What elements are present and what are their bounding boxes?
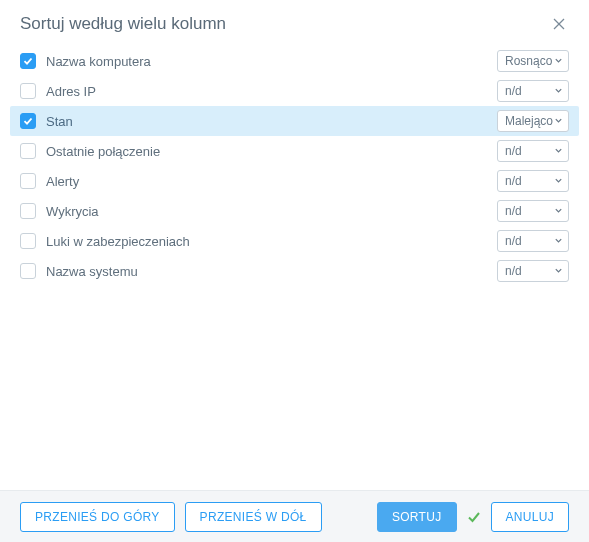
order-select[interactable]: n/d <box>497 230 569 252</box>
order-select[interactable]: n/d <box>497 140 569 162</box>
order-select-value: n/d <box>505 84 522 98</box>
order-select-value: n/d <box>505 264 522 278</box>
column-checkbox[interactable] <box>20 53 36 69</box>
row-left: Nazwa komputera <box>20 53 151 69</box>
row-left: Alerty <box>20 173 79 189</box>
order-select-value: n/d <box>505 204 522 218</box>
column-checkbox[interactable] <box>20 263 36 279</box>
column-label: Nazwa komputera <box>46 54 151 69</box>
order-select[interactable]: n/d <box>497 260 569 282</box>
column-row[interactable]: StanMalejąco <box>10 106 579 136</box>
order-select[interactable]: n/d <box>497 200 569 222</box>
column-row[interactable]: Luki w zabezpieczeniachn/d <box>10 226 579 256</box>
column-row[interactable]: Adres IPn/d <box>10 76 579 106</box>
row-left: Adres IP <box>20 83 96 99</box>
column-label: Ostatnie połączenie <box>46 144 160 159</box>
row-left: Nazwa systemu <box>20 263 138 279</box>
column-label: Wykrycia <box>46 204 99 219</box>
dialog-header: Sortuj według wielu kolumn <box>0 0 589 38</box>
order-select[interactable]: n/d <box>497 170 569 192</box>
checkmark-icon <box>23 56 33 66</box>
sort-applied-indicator <box>467 510 481 524</box>
dialog-footer: PRZENIEŚ DO GÓRY PRZENIEŚ W DÓŁ SORTUJ A… <box>0 490 589 542</box>
sort-button[interactable]: SORTUJ <box>377 502 457 532</box>
close-button[interactable] <box>549 14 569 34</box>
order-select-value: n/d <box>505 174 522 188</box>
column-row[interactable]: Nazwa komputeraRosnąco <box>10 46 579 76</box>
order-select[interactable]: Malejąco <box>497 110 569 132</box>
cancel-button[interactable]: ANULUJ <box>491 502 569 532</box>
dialog-title: Sortuj według wielu kolumn <box>20 14 226 34</box>
row-left: Luki w zabezpieczeniach <box>20 233 190 249</box>
chevron-down-icon <box>554 234 563 248</box>
column-row[interactable]: Nazwa systemun/d <box>10 256 579 286</box>
chevron-down-icon <box>554 144 563 158</box>
column-list: Nazwa komputeraRosnącoAdres IPn/dStanMal… <box>0 38 589 286</box>
column-checkbox[interactable] <box>20 233 36 249</box>
move-down-button[interactable]: PRZENIEŚ W DÓŁ <box>185 502 322 532</box>
checkmark-icon <box>23 116 33 126</box>
order-select-value: n/d <box>505 234 522 248</box>
row-left: Wykrycia <box>20 203 99 219</box>
move-up-button[interactable]: PRZENIEŚ DO GÓRY <box>20 502 175 532</box>
footer-right-group: SORTUJ ANULUJ <box>377 502 569 532</box>
order-select[interactable]: Rosnąco <box>497 50 569 72</box>
chevron-down-icon <box>554 84 563 98</box>
column-row[interactable]: Wykrycian/d <box>10 196 579 226</box>
column-label: Nazwa systemu <box>46 264 138 279</box>
check-icon <box>467 510 481 524</box>
order-select-value: Rosnąco <box>505 54 552 68</box>
column-checkbox[interactable] <box>20 203 36 219</box>
column-row[interactable]: Alertyn/d <box>10 166 579 196</box>
column-checkbox[interactable] <box>20 83 36 99</box>
chevron-down-icon <box>554 54 563 68</box>
chevron-down-icon <box>554 264 563 278</box>
order-select[interactable]: n/d <box>497 80 569 102</box>
column-label: Adres IP <box>46 84 96 99</box>
column-checkbox[interactable] <box>20 143 36 159</box>
column-label: Stan <box>46 114 73 129</box>
chevron-down-icon <box>554 114 563 128</box>
chevron-down-icon <box>554 204 563 218</box>
column-checkbox[interactable] <box>20 173 36 189</box>
chevron-down-icon <box>554 174 563 188</box>
sort-dialog: Sortuj według wielu kolumn Nazwa kompute… <box>0 0 589 542</box>
column-label: Luki w zabezpieczeniach <box>46 234 190 249</box>
row-left: Stan <box>20 113 73 129</box>
row-left: Ostatnie połączenie <box>20 143 160 159</box>
column-row[interactable]: Ostatnie połączenien/d <box>10 136 579 166</box>
close-icon <box>553 18 565 30</box>
order-select-value: Malejąco <box>505 114 553 128</box>
footer-left-group: PRZENIEŚ DO GÓRY PRZENIEŚ W DÓŁ <box>20 502 322 532</box>
order-select-value: n/d <box>505 144 522 158</box>
column-label: Alerty <box>46 174 79 189</box>
column-checkbox[interactable] <box>20 113 36 129</box>
